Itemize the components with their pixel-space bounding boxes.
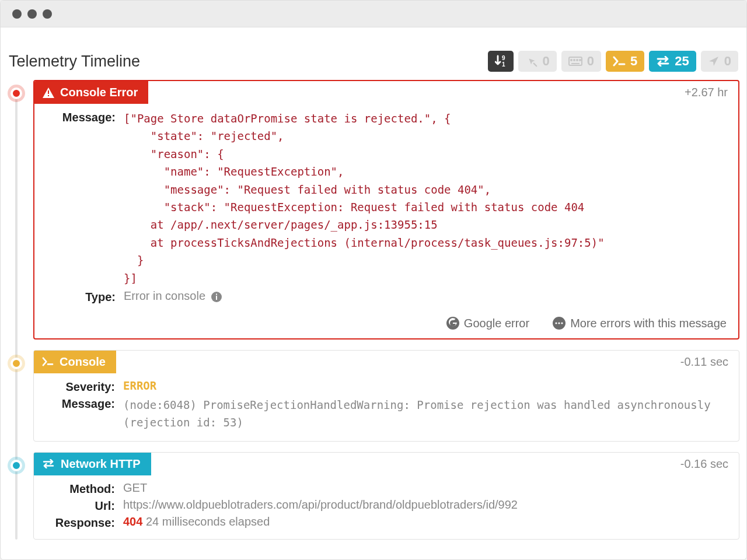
tag-label: Network HTTP [61,457,141,471]
window-zoom-dot[interactable] [43,9,52,19]
timestamp: -0.11 sec [680,355,739,369]
message-value: ["Page Store dataOrPromise state is reje… [124,110,728,287]
network-swap-icon [656,56,670,66]
svg-point-6 [580,60,581,61]
svg-point-5 [577,60,578,61]
google-icon [446,317,459,330]
url-value: https://www.oldpueblotraders.com/api/pro… [123,498,728,512]
svg-text:9: 9 [502,55,505,61]
console-error-card[interactable]: Console Error +2.67 hr Message: ["Page S… [33,80,739,340]
severity-value: ERROR [123,379,728,393]
tag-label: Console [60,355,106,369]
svg-rect-7 [48,90,49,94]
cursor-click-icon [525,55,538,68]
google-error-link[interactable]: Google error [446,317,529,330]
timeline-dot-error [8,85,25,102]
network-tag: Network HTTP [34,453,151,475]
navigation-badge: 0 [701,51,738,72]
more-errors-link[interactable]: More errors with this message [553,317,727,330]
more-errors-label: More errors with this message [570,317,727,330]
network-count: 25 [675,54,689,69]
svg-rect-10 [216,296,217,300]
timeline-item: Console -0.11 sec Severity: ERROR Messag… [33,350,739,442]
svg-rect-8 [48,95,49,96]
method-value: GET [123,481,728,495]
console-count: 5 [630,54,637,69]
svg-rect-11 [216,293,217,295]
card-header: Console -0.11 sec [34,351,739,373]
warning-triangle-icon [43,88,54,98]
page-title: Telemetry Timeline [9,52,140,71]
inputs-badge: 0 [561,51,601,72]
timestamp: -0.16 sec [680,457,739,471]
keyboard-icon [568,55,582,68]
type-value: Error in console [124,289,728,303]
inputs-count: 0 [587,54,594,69]
window-close-dot[interactable] [12,9,22,19]
console-tag: Console [34,351,116,373]
timeline-dot-console [8,355,25,372]
content-area: Telemetry Timeline 9 1 [1,27,746,540]
card-header: Network HTTP -0.16 sec [34,453,739,475]
message-label: Message: [45,110,124,124]
timeline-item: Network HTTP -0.16 sec Method: GET Url: … [33,452,739,540]
url-label: Url: [44,498,123,513]
svg-text:1: 1 [502,61,505,68]
severity-label: Severity: [44,379,123,394]
card-body: Severity: ERROR Message: (node:6048) Pro… [34,373,739,441]
network-swap-icon [42,459,55,468]
timeline-dot-network [8,457,25,474]
card-actions: Google error More er [34,313,738,338]
message-label: Message: [44,396,123,411]
terminal-icon [42,357,54,366]
clicks-badge: 0 [518,51,557,72]
header-row: Telemetry Timeline 9 1 [8,33,739,72]
window-titlebar [1,1,746,27]
response-label: Response: [44,515,123,530]
card-body: Message: ["Page Store dataOrPromise stat… [34,104,738,313]
console-card[interactable]: Console -0.11 sec Severity: ERROR Messag… [33,350,739,442]
network-card[interactable]: Network HTTP -0.16 sec Method: GET Url: … [33,452,739,540]
timestamp: +2.67 hr [685,86,738,99]
timeline-item: Console Error +2.67 hr Message: ["Page S… [33,80,739,340]
ellipsis-icon [553,317,566,330]
console-badge[interactable]: 5 [606,51,644,72]
tag-label: Console Error [60,86,138,99]
sort-icon: 9 1 [495,55,507,68]
method-label: Method: [44,481,123,496]
svg-point-15 [558,323,560,324]
message-value: (node:6048) PromiseRejectionHandledWarni… [123,396,728,432]
svg-point-16 [561,323,563,324]
type-label: Type: [45,289,124,304]
app-window: Telemetry Timeline 9 1 [0,0,747,560]
svg-point-3 [571,60,572,61]
card-body: Method: GET Url: https://www.oldpueblotr… [34,475,739,539]
location-arrow-icon [708,55,720,67]
response-value: 404 24 milliseconds elapsed [123,515,728,528]
console-error-tag: Console Error [34,81,148,104]
svg-point-4 [574,60,575,61]
sort-badge[interactable]: 9 1 [488,51,514,72]
network-badge[interactable]: 25 [649,51,696,72]
timeline: Console Error +2.67 hr Message: ["Page S… [8,80,739,540]
navigation-count: 0 [724,54,731,69]
clicks-count: 0 [543,54,550,69]
card-header: Console Error +2.67 hr [34,81,738,104]
window-minimize-dot[interactable] [27,9,37,19]
google-error-label: Google error [464,317,529,330]
filter-badge-row: 9 1 0 [488,51,738,72]
terminal-icon [613,56,626,66]
svg-point-14 [556,323,557,324]
info-icon[interactable] [211,292,222,302]
